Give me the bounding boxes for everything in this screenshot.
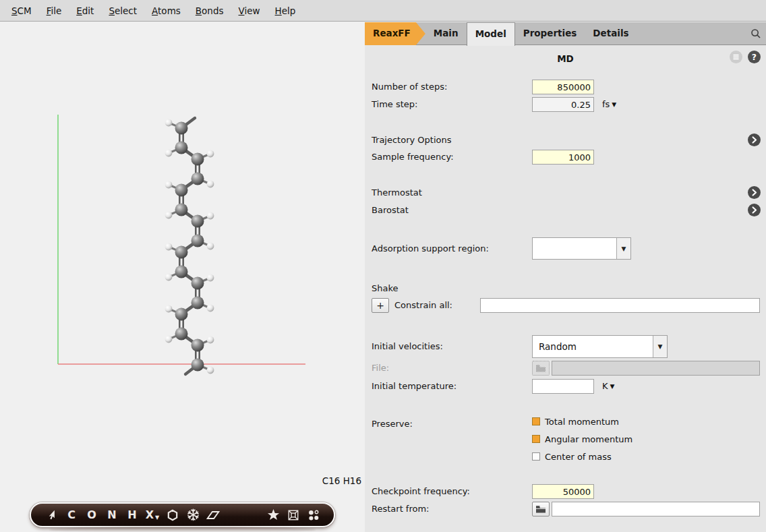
restart-from-input[interactable]	[552, 502, 760, 516]
hydrogen-atom[interactable]	[207, 305, 214, 312]
barostat-expand-button[interactable]	[748, 204, 761, 216]
carbon-atom[interactable]	[192, 297, 204, 309]
molecule-viewer[interactable]: C16 H16 CONHX▼	[0, 22, 365, 532]
carbon-atom[interactable]	[192, 339, 204, 352]
carbon-atom[interactable]	[175, 204, 188, 216]
temperature-unit-dropdown[interactable]: K▼	[602, 379, 614, 394]
thermostat-row: Thermostat	[365, 186, 766, 199]
checkbox-checked-icon[interactable]	[532, 417, 540, 425]
element-n-button[interactable]: N	[102, 505, 122, 525]
carbon-atom[interactable]	[175, 122, 188, 135]
constrain-all-label: Constrain all:	[394, 298, 452, 313]
preserve-option-total-momentum[interactable]: Total momentum	[532, 415, 619, 427]
carbon-atom[interactable]	[192, 235, 204, 247]
carbon-atom[interactable]	[192, 153, 204, 166]
preserve-label: Preserve:	[372, 417, 413, 432]
element-toolbar: CONHX▼	[30, 502, 335, 527]
hydrogen-atom[interactable]	[207, 274, 214, 282]
restart-browse-button[interactable]	[532, 502, 550, 516]
hydrogen-atom[interactable]	[165, 212, 173, 219]
search-icon[interactable]	[746, 22, 766, 45]
bonds	[169, 118, 210, 374]
carbon-atom[interactable]	[192, 359, 204, 372]
menu-file[interactable]: File	[39, 3, 69, 19]
element-h-button[interactable]: H	[122, 505, 142, 525]
time-step-input[interactable]	[532, 97, 594, 112]
hydrogen-atom[interactable]	[165, 119, 173, 127]
time-step-label: Time step:	[372, 97, 417, 112]
carbon-atom[interactable]	[175, 142, 188, 154]
time-step-unit-dropdown[interactable]: fs▼	[602, 97, 616, 112]
element-o-button[interactable]: O	[82, 505, 102, 525]
preserve-option-center-of-mass[interactable]: Center of mass	[532, 450, 612, 463]
checkbox-label: Angular momentum	[545, 434, 632, 444]
add-constraint-button[interactable]: +	[372, 298, 389, 313]
checkpoint-frequency-input[interactable]	[532, 484, 594, 499]
checkpoint-frequency-label: Checkpoint frequency:	[372, 484, 470, 499]
panel-menu-icon[interactable]	[730, 51, 742, 65]
checkbox-unchecked-icon[interactable]	[532, 452, 540, 461]
dropdown-arrow-icon: ▼	[610, 383, 615, 390]
hydrogen-atom[interactable]	[207, 336, 214, 344]
hydrogen-atom[interactable]	[207, 181, 214, 188]
hydrogen-atom[interactable]	[165, 305, 173, 313]
number-of-steps-input[interactable]	[532, 80, 594, 94]
fragments-button[interactable]	[303, 505, 324, 525]
carbon-atom[interactable]	[175, 266, 188, 278]
menu-view[interactable]: View	[231, 3, 268, 19]
plane-tool-button[interactable]	[203, 505, 223, 525]
menu-atoms[interactable]: Atoms	[144, 3, 188, 19]
cell-box-button[interactable]	[283, 505, 303, 525]
adsorption-region-select[interactable]: ▼	[532, 237, 631, 260]
menu-bonds[interactable]: Bonds	[188, 3, 231, 19]
velocities-file-row: File:	[365, 361, 766, 376]
menu-help[interactable]: Help	[268, 3, 303, 19]
trajectory-options-expand-button[interactable]	[748, 134, 761, 146]
hydrogen-atom[interactable]	[165, 274, 173, 281]
favorites-button[interactable]	[263, 505, 283, 525]
freeze-tool-button[interactable]	[183, 505, 203, 525]
star-icon	[267, 508, 280, 521]
tab-model[interactable]: Model	[467, 22, 515, 46]
hydrogen-atom[interactable]	[207, 150, 214, 158]
trajectory-options-row: Trajectory Options	[365, 134, 766, 146]
preserve-option-angular-momentum[interactable]: Angular momentum	[532, 433, 632, 445]
page-title: MD	[365, 53, 766, 64]
initial-velocities-select[interactable]: Random ▼	[532, 335, 668, 358]
hydrogen-atom[interactable]	[165, 336, 173, 343]
initial-temperature-input[interactable]	[532, 379, 594, 394]
menu-select[interactable]: Select	[101, 3, 144, 19]
hydrogen-atom[interactable]	[207, 212, 214, 220]
hydrogen-atom[interactable]	[165, 243, 173, 251]
ring-tool-button[interactable]	[163, 505, 183, 525]
menu-edit[interactable]: Edit	[69, 3, 101, 19]
carbon-atom[interactable]	[192, 173, 204, 185]
carbon-atom[interactable]	[175, 328, 188, 341]
carbon-atom[interactable]	[175, 246, 188, 259]
hydrogen-atom[interactable]	[207, 367, 214, 374]
tab-properties[interactable]: Properties	[515, 22, 585, 45]
tab-details[interactable]: Details	[585, 22, 637, 45]
element-c-button[interactable]: C	[61, 505, 82, 525]
sample-frequency-input[interactable]	[532, 150, 594, 165]
tab-main[interactable]: Main	[425, 22, 467, 45]
carbon-atom[interactable]	[192, 215, 204, 228]
cursor-tool-button[interactable]	[41, 505, 61, 525]
menu-scm[interactable]: SCM	[4, 3, 39, 19]
time-step-row: Time step: fs▼	[365, 97, 766, 112]
checkbox-checked-icon[interactable]	[532, 435, 540, 443]
tab-reaxff[interactable]: ReaxFF	[365, 22, 425, 45]
trajectory-options-label: Trajectory Options	[372, 134, 451, 146]
help-icon[interactable]: ?	[748, 51, 761, 65]
hydrogen-atom[interactable]	[165, 150, 173, 157]
constrain-all-input[interactable]	[480, 298, 760, 313]
carbon-atom[interactable]	[175, 308, 188, 321]
carbon-atom[interactable]	[192, 277, 204, 290]
carbon-atom[interactable]	[175, 184, 188, 197]
shake-label: Shake	[372, 282, 399, 295]
element-x-button[interactable]: X▼	[142, 505, 163, 525]
hydrogen-atom[interactable]	[207, 243, 214, 250]
element-letter: O	[87, 508, 96, 521]
hydrogen-atom[interactable]	[165, 181, 173, 189]
thermostat-expand-button[interactable]	[748, 186, 761, 199]
